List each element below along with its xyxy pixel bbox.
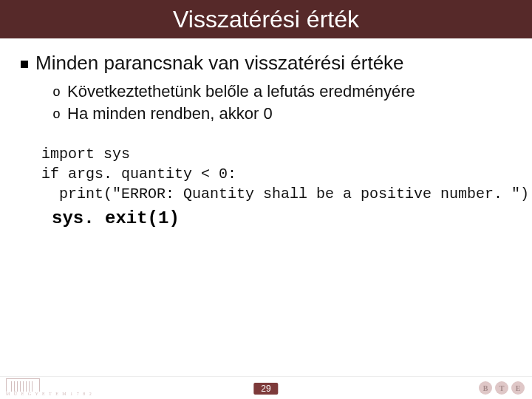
slide: Visszatérési érték Minden parancsnak van… xyxy=(0,0,532,399)
footer-logo-left: M Ű E G Y E T E M 1 7 8 2 xyxy=(6,378,93,396)
code-line: import sys xyxy=(41,146,130,163)
badge-icon: B xyxy=(479,381,492,395)
sub-bullet-text: Következtethetünk belőle a lefutás eredm… xyxy=(67,82,415,101)
footer-logo-text: M Ű E G Y E T E M 1 7 8 2 xyxy=(6,392,93,396)
bullet-main: Minden parancsnak van visszatérési érték… xyxy=(21,52,511,75)
sub-bullet-text: Ha minden rendben, akkor 0 xyxy=(67,104,273,123)
title-bar: Visszatérési érték xyxy=(0,0,532,38)
square-bullet-icon xyxy=(21,61,28,68)
sub-bullet-item: o Ha minden rendben, akkor 0 xyxy=(52,104,511,123)
code-emphasis: sys. exit(1) xyxy=(52,208,511,228)
code-block: import sys if args. quantity < 0: print(… xyxy=(41,144,511,204)
circle-bullet-icon: o xyxy=(52,104,61,123)
building-icon xyxy=(6,378,40,392)
bullet-main-text: Minden parancsnak van visszatérési érték… xyxy=(35,52,404,75)
circle-bullet-icon: o xyxy=(52,82,61,101)
code-line: if args. quantity < 0: xyxy=(41,166,236,183)
sub-bullet-item: o Következtethetünk belőle a lefutás ere… xyxy=(52,82,511,101)
badge-icon: E xyxy=(511,381,525,395)
page-number: 29 xyxy=(253,383,278,395)
slide-title: Visszatérési érték xyxy=(173,6,359,33)
footer: M Ű E G Y E T E M 1 7 8 2 29 B T E xyxy=(0,375,532,399)
badge-icon: T xyxy=(495,381,508,395)
content-area: Minden parancsnak van visszatérési érték… xyxy=(0,38,532,228)
code-line: print("ERROR: Quantity shall be a positi… xyxy=(41,185,529,202)
sub-bullet-list: o Következtethetünk belőle a lefutás ere… xyxy=(52,82,511,123)
footer-logo-right: B T E xyxy=(479,381,525,395)
